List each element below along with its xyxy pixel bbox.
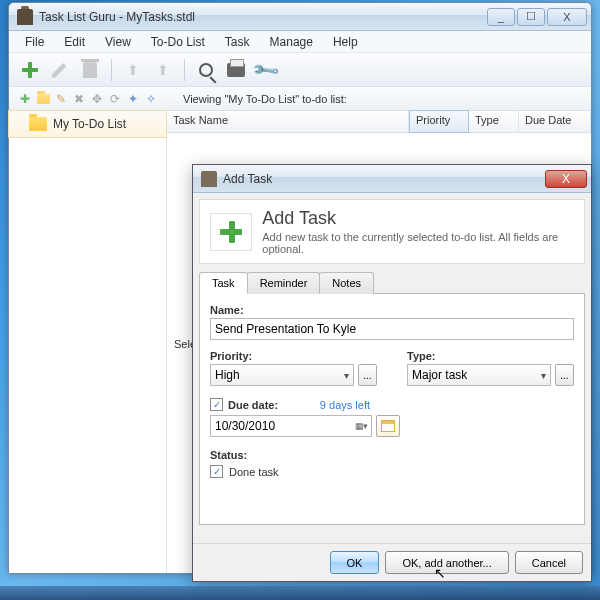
dialog-title: Add Task [223, 172, 545, 186]
dialog-header: Add Task Add new task to the currently s… [199, 199, 585, 264]
edit-task-button[interactable] [47, 57, 73, 83]
mini-add-icon[interactable]: ✚ [17, 91, 33, 107]
menu-edit[interactable]: Edit [54, 33, 95, 51]
tab-reminder[interactable]: Reminder [247, 272, 321, 294]
menu-todo-list[interactable]: To-Do List [141, 33, 215, 51]
due-date-value: 10/30/2010 [215, 419, 275, 433]
printer-icon [227, 63, 245, 77]
viewing-label: Viewing "My To-Do List" to-do list: [173, 93, 347, 105]
column-type[interactable]: Type [469, 111, 519, 132]
dialog-app-icon [201, 171, 217, 187]
mini-edit-icon[interactable]: ✎ [53, 91, 69, 107]
print-button[interactable] [223, 57, 249, 83]
mini-delete-icon[interactable]: ✖ [71, 91, 87, 107]
mini-folder-icon[interactable] [35, 91, 51, 107]
priority-browse-button[interactable]: ... [358, 364, 377, 386]
plus-icon [220, 221, 242, 243]
dialog-footer: OK OK, add another... Cancel [193, 543, 591, 581]
done-task-checkbox[interactable]: ✓ [210, 465, 223, 478]
wrench-icon: 🔧 [253, 57, 278, 82]
arrow-down-icon: ⬆ [156, 63, 170, 77]
add-task-button[interactable] [17, 57, 43, 83]
dialog-heading-icon [210, 213, 252, 251]
tab-task[interactable]: Task [199, 272, 248, 294]
tab-notes[interactable]: Notes [319, 272, 374, 294]
due-date-input[interactable]: 10/30/2010 [210, 415, 372, 437]
tree-toolbar: ✚ ✎ ✖ ✥ ⟳ ✦ ✧ [17, 91, 173, 107]
plus-icon [20, 60, 40, 80]
secondary-toolbar: ✚ ✎ ✖ ✥ ⟳ ✦ ✧ Viewing "My To-Do List" to… [9, 87, 591, 111]
search-button[interactable] [193, 57, 219, 83]
done-task-label: Done task [229, 466, 279, 478]
type-label: Type: [407, 350, 574, 362]
toolbar-separator [111, 59, 112, 81]
mini-collapse-icon[interactable]: ✧ [143, 91, 159, 107]
due-date-label: Due date: [228, 399, 278, 411]
task-name-input[interactable] [210, 318, 574, 340]
titlebar: Task List Guru - MyTasks.stdl _ ☐ X [9, 3, 591, 31]
toolbar-separator [184, 59, 185, 81]
mini-refresh-icon[interactable]: ⟳ [107, 91, 123, 107]
trash-icon [83, 62, 97, 78]
column-due-date[interactable]: Due Date [519, 111, 591, 132]
mini-gear-icon[interactable]: ✥ [89, 91, 105, 107]
priority-value: High [215, 368, 240, 382]
tree-item-my-todo-list[interactable]: My To-Do List [8, 110, 167, 138]
folder-icon [29, 117, 47, 131]
cancel-button[interactable]: Cancel [515, 551, 583, 574]
ok-button[interactable]: OK [330, 551, 380, 574]
tree-item-label: My To-Do List [53, 117, 126, 131]
minimize-button[interactable]: _ [487, 8, 515, 26]
menu-task[interactable]: Task [215, 33, 260, 51]
days-left-label: 9 days left [320, 399, 370, 411]
menu-help[interactable]: Help [323, 33, 368, 51]
column-task-name[interactable]: Task Name [167, 111, 409, 132]
delete-task-button[interactable] [77, 57, 103, 83]
type-value: Major task [412, 368, 467, 382]
name-label: Name: [210, 304, 574, 316]
menu-view[interactable]: View [95, 33, 141, 51]
priority-label: Priority: [210, 350, 377, 362]
dialog-heading: Add Task [262, 208, 574, 229]
calendar-button[interactable] [376, 415, 400, 437]
app-icon [17, 9, 33, 25]
move-down-button[interactable]: ⬆ [150, 57, 176, 83]
mini-expand-icon[interactable]: ✦ [125, 91, 141, 107]
due-date-checkbox[interactable]: ✓ [210, 398, 223, 411]
dialog-heading-text: Add Task Add new task to the currently s… [262, 208, 574, 255]
type-browse-button[interactable]: ... [555, 364, 574, 386]
priority-select[interactable]: High [210, 364, 354, 386]
pencil-icon [52, 62, 68, 78]
window-controls: _ ☐ X [487, 8, 587, 26]
type-select[interactable]: Major task [407, 364, 551, 386]
taskbar [0, 586, 600, 600]
maximize-button[interactable]: ☐ [517, 8, 545, 26]
settings-button[interactable]: 🔧 [253, 57, 279, 83]
tab-task-content: Name: Priority: High ... Type: Major tas… [199, 293, 585, 525]
status-label: Status: [210, 449, 574, 461]
dialog-titlebar[interactable]: Add Task X [193, 165, 591, 193]
column-headers: Task Name Priority Type Due Date [167, 111, 591, 133]
search-icon [199, 63, 213, 77]
dialog-tabs: Task Reminder Notes [199, 272, 585, 294]
menubar: File Edit View To-Do List Task Manage He… [9, 31, 591, 53]
dialog-subheading: Add new task to the currently selected t… [262, 231, 574, 255]
menu-manage[interactable]: Manage [260, 33, 323, 51]
ok-add-another-button[interactable]: OK, add another... [385, 551, 508, 574]
arrow-up-icon: ⬆ [126, 63, 140, 77]
dialog-close-button[interactable]: X [545, 170, 587, 188]
move-up-button[interactable]: ⬆ [120, 57, 146, 83]
calendar-icon [381, 420, 395, 432]
main-toolbar: ⬆ ⬆ 🔧 [9, 53, 591, 87]
close-button[interactable]: X [547, 8, 587, 26]
window-title: Task List Guru - MyTasks.stdl [39, 10, 487, 24]
tree-panel: My To-Do List [9, 111, 167, 573]
add-task-dialog: Add Task X Add Task Add new task to the … [192, 164, 592, 582]
menu-file[interactable]: File [15, 33, 54, 51]
column-priority[interactable]: Priority [409, 110, 469, 133]
dialog-body: Add Task Add new task to the currently s… [193, 193, 591, 543]
